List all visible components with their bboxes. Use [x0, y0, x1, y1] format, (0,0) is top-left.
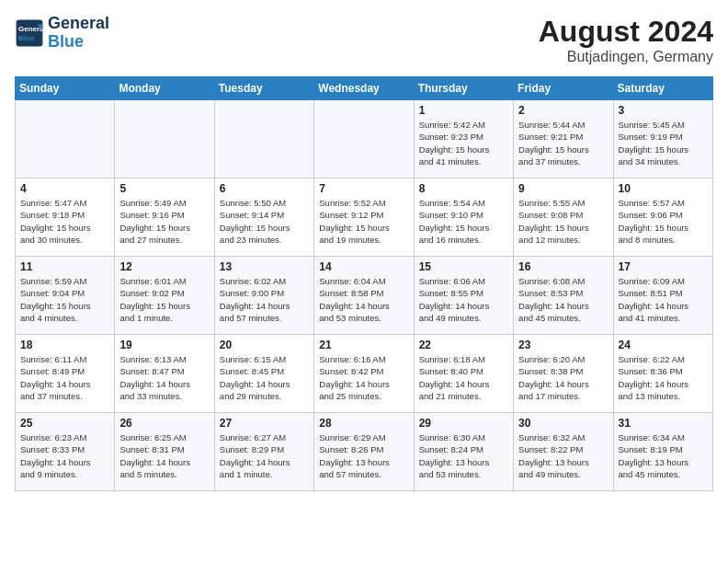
calendar-cell: 29Sunrise: 6:30 AM Sunset: 8:24 PM Dayli…: [414, 413, 513, 491]
day-info: Sunrise: 5:50 AM Sunset: 9:14 PM Dayligh…: [220, 197, 309, 246]
week-row-3: 11Sunrise: 5:59 AM Sunset: 9:04 PM Dayli…: [16, 257, 713, 335]
calendar-cell: 9Sunrise: 5:55 AM Sunset: 9:08 PM Daylig…: [514, 178, 613, 257]
weekday-header-saturday: Saturday: [613, 77, 712, 100]
day-number: 25: [20, 417, 109, 430]
calendar-cell: 20Sunrise: 6:15 AM Sunset: 8:45 PM Dayli…: [214, 335, 313, 413]
calendar-cell: 13Sunrise: 6:02 AM Sunset: 9:00 PM Dayli…: [214, 257, 313, 335]
day-number: 16: [518, 260, 608, 273]
calendar-cell: 31Sunrise: 6:34 AM Sunset: 8:19 PM Dayli…: [613, 413, 712, 491]
calendar-cell: 25Sunrise: 6:23 AM Sunset: 8:33 PM Dayli…: [16, 413, 115, 491]
day-number: 12: [119, 260, 209, 273]
calendar-cell: 5Sunrise: 5:49 AM Sunset: 9:16 PM Daylig…: [115, 178, 214, 257]
calendar-cell: 30Sunrise: 6:32 AM Sunset: 8:22 PM Dayli…: [514, 413, 613, 491]
logo: General Blue General Blue: [15, 15, 109, 52]
day-info: Sunrise: 6:13 AM Sunset: 8:47 PM Dayligh…: [119, 353, 209, 402]
day-number: 11: [20, 260, 109, 273]
day-number: 17: [619, 260, 708, 273]
calendar-cell: [314, 100, 414, 178]
day-number: 31: [619, 417, 708, 430]
calendar-cell: [214, 100, 313, 178]
calendar-cell: 16Sunrise: 6:08 AM Sunset: 8:53 PM Dayli…: [514, 257, 613, 335]
weekday-header-wednesday: Wednesday: [314, 77, 414, 100]
day-info: Sunrise: 6:27 AM Sunset: 8:29 PM Dayligh…: [220, 431, 309, 480]
day-info: Sunrise: 6:30 AM Sunset: 8:24 PM Dayligh…: [419, 431, 508, 480]
day-info: Sunrise: 6:25 AM Sunset: 8:31 PM Dayligh…: [119, 431, 209, 480]
calendar-cell: 7Sunrise: 5:52 AM Sunset: 9:12 PM Daylig…: [314, 178, 414, 257]
day-number: 27: [220, 417, 309, 430]
day-number: 29: [419, 417, 508, 430]
calendar-cell: 11Sunrise: 5:59 AM Sunset: 9:04 PM Dayli…: [16, 257, 115, 335]
day-info: Sunrise: 6:16 AM Sunset: 8:42 PM Dayligh…: [319, 353, 408, 402]
day-number: 24: [619, 339, 708, 351]
calendar-cell: 19Sunrise: 6:13 AM Sunset: 8:47 PM Dayli…: [115, 335, 214, 413]
weekday-header-tuesday: Tuesday: [214, 77, 313, 100]
calendar-cell: 8Sunrise: 5:54 AM Sunset: 9:10 PM Daylig…: [414, 178, 513, 257]
calendar-cell: 15Sunrise: 6:06 AM Sunset: 8:55 PM Dayli…: [414, 257, 513, 335]
day-info: Sunrise: 5:45 AM Sunset: 9:19 PM Dayligh…: [619, 119, 708, 167]
svg-text:Blue: Blue: [18, 34, 35, 42]
calendar-cell: 28Sunrise: 6:29 AM Sunset: 8:26 PM Dayli…: [314, 413, 414, 491]
day-info: Sunrise: 5:42 AM Sunset: 9:23 PM Dayligh…: [419, 119, 508, 167]
day-number: 7: [319, 182, 408, 195]
day-number: 4: [20, 182, 109, 195]
calendar-cell: 10Sunrise: 5:57 AM Sunset: 9:06 PM Dayli…: [613, 178, 712, 257]
day-number: 3: [619, 104, 708, 117]
calendar-cell: 17Sunrise: 6:09 AM Sunset: 8:51 PM Dayli…: [613, 257, 712, 335]
day-number: 13: [220, 260, 309, 273]
day-number: 20: [220, 339, 309, 351]
day-number: 22: [419, 339, 508, 351]
day-number: 1: [419, 104, 508, 117]
calendar-cell: 23Sunrise: 6:20 AM Sunset: 8:38 PM Dayli…: [514, 335, 613, 413]
day-number: 15: [419, 260, 508, 273]
day-info: Sunrise: 6:01 AM Sunset: 9:02 PM Dayligh…: [119, 275, 209, 324]
calendar-cell: [115, 100, 214, 178]
weekday-header-monday: Monday: [115, 77, 214, 100]
calendar-cell: 3Sunrise: 5:45 AM Sunset: 9:19 PM Daylig…: [613, 100, 712, 178]
calendar-cell: 4Sunrise: 5:47 AM Sunset: 9:18 PM Daylig…: [16, 178, 115, 257]
title-block: August 2024 Butjadingen, Germany: [539, 15, 713, 65]
day-number: 6: [220, 182, 309, 195]
day-info: Sunrise: 6:23 AM Sunset: 8:33 PM Dayligh…: [20, 431, 109, 480]
day-info: Sunrise: 5:49 AM Sunset: 9:16 PM Dayligh…: [119, 197, 209, 246]
calendar-cell: 22Sunrise: 6:18 AM Sunset: 8:40 PM Dayli…: [414, 335, 513, 413]
day-info: Sunrise: 6:15 AM Sunset: 8:45 PM Dayligh…: [220, 353, 309, 402]
day-number: 5: [119, 182, 209, 195]
calendar-cell: 24Sunrise: 6:22 AM Sunset: 8:36 PM Dayli…: [613, 335, 712, 413]
week-row-2: 4Sunrise: 5:47 AM Sunset: 9:18 PM Daylig…: [16, 178, 713, 257]
day-number: 28: [319, 417, 408, 430]
day-info: Sunrise: 5:47 AM Sunset: 9:18 PM Dayligh…: [20, 197, 109, 246]
calendar-cell: 26Sunrise: 6:25 AM Sunset: 8:31 PM Dayli…: [115, 413, 214, 491]
day-number: 21: [319, 339, 408, 351]
day-number: 2: [518, 104, 608, 117]
day-info: Sunrise: 6:08 AM Sunset: 8:53 PM Dayligh…: [518, 275, 608, 324]
week-row-4: 18Sunrise: 6:11 AM Sunset: 8:49 PM Dayli…: [16, 335, 713, 413]
day-info: Sunrise: 5:59 AM Sunset: 9:04 PM Dayligh…: [20, 275, 109, 324]
weekday-header-sunday: Sunday: [16, 77, 115, 100]
page-header: General Blue General Blue August 2024 Bu…: [15, 15, 713, 65]
day-info: Sunrise: 5:57 AM Sunset: 9:06 PM Dayligh…: [619, 197, 708, 246]
weekday-header-row: SundayMondayTuesdayWednesdayThursdayFrid…: [16, 77, 713, 100]
day-number: 9: [518, 182, 608, 195]
day-info: Sunrise: 6:20 AM Sunset: 8:38 PM Dayligh…: [518, 353, 608, 402]
calendar-cell: 12Sunrise: 6:01 AM Sunset: 9:02 PM Dayli…: [115, 257, 214, 335]
location-subtitle: Butjadingen, Germany: [539, 49, 713, 65]
calendar-cell: 18Sunrise: 6:11 AM Sunset: 8:49 PM Dayli…: [16, 335, 115, 413]
calendar-table: SundayMondayTuesdayWednesdayThursdayFrid…: [15, 76, 713, 491]
day-number: 8: [419, 182, 508, 195]
day-info: Sunrise: 6:02 AM Sunset: 9:00 PM Dayligh…: [220, 275, 309, 324]
day-info: Sunrise: 5:52 AM Sunset: 9:12 PM Dayligh…: [319, 197, 408, 246]
logo-icon: General Blue: [15, 18, 44, 48]
day-info: Sunrise: 5:44 AM Sunset: 9:21 PM Dayligh…: [518, 119, 608, 167]
logo-text: General Blue: [48, 15, 109, 52]
calendar-cell: 6Sunrise: 5:50 AM Sunset: 9:14 PM Daylig…: [214, 178, 313, 257]
calendar-cell: 1Sunrise: 5:42 AM Sunset: 9:23 PM Daylig…: [414, 100, 513, 178]
weekday-header-friday: Friday: [514, 77, 613, 100]
day-number: 14: [319, 260, 408, 273]
calendar-cell: 14Sunrise: 6:04 AM Sunset: 8:58 PM Dayli…: [314, 257, 414, 335]
day-info: Sunrise: 6:09 AM Sunset: 8:51 PM Dayligh…: [619, 275, 708, 324]
calendar-cell: 27Sunrise: 6:27 AM Sunset: 8:29 PM Dayli…: [214, 413, 313, 491]
calendar-cell: 21Sunrise: 6:16 AM Sunset: 8:42 PM Dayli…: [314, 335, 414, 413]
day-number: 19: [119, 339, 209, 351]
month-year-title: August 2024: [539, 15, 713, 49]
week-row-5: 25Sunrise: 6:23 AM Sunset: 8:33 PM Dayli…: [16, 413, 713, 491]
